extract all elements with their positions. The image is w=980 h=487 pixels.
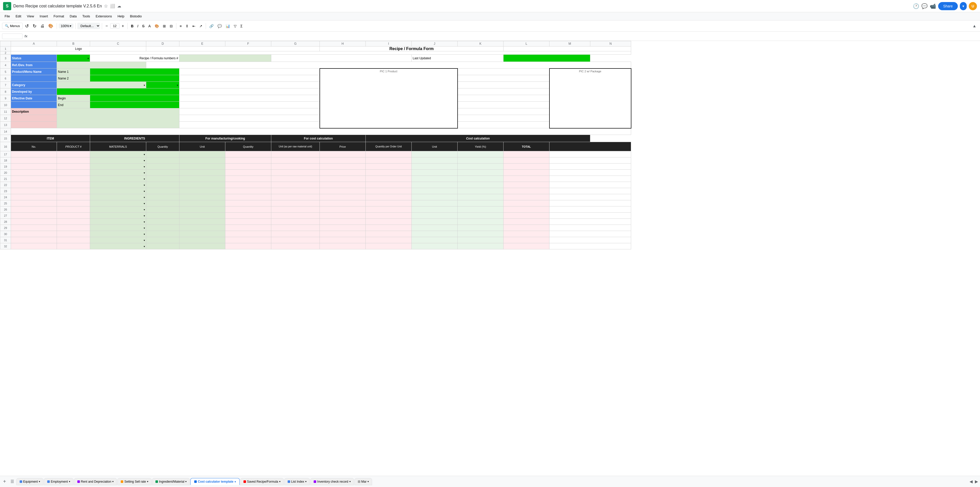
sheet-tab-saved-recipe[interactable]: Saved Recipe/Formula ▾ bbox=[240, 478, 284, 485]
cell-i15[interactable]: Cost calculation bbox=[366, 135, 590, 142]
halign-button[interactable]: ≡ bbox=[178, 23, 183, 29]
cell-a9[interactable]: Effective Date bbox=[11, 95, 57, 102]
bold-button[interactable]: B bbox=[129, 23, 135, 29]
menu-help[interactable]: Help bbox=[115, 13, 127, 19]
cell-e11-empty[interactable] bbox=[180, 109, 320, 115]
cell-c3[interactable]: Recipe / Formula numbers # bbox=[90, 55, 180, 62]
sheet-list-button[interactable]: ☰ bbox=[8, 478, 16, 485]
cell-a2[interactable] bbox=[11, 51, 631, 55]
col-header-j[interactable]: J bbox=[412, 41, 458, 46]
cell-j16[interactable]: Unit bbox=[412, 142, 458, 151]
rotation-button[interactable]: ↗ bbox=[198, 23, 204, 29]
cell-c15[interactable]: INGREDIENTS bbox=[90, 135, 180, 142]
cell-b7[interactable]: ▾ bbox=[57, 82, 146, 88]
cell-c9-green[interactable] bbox=[90, 95, 180, 102]
cell-b4[interactable] bbox=[57, 62, 146, 69]
cell-a4[interactable]: Ref./Dev. from bbox=[11, 62, 57, 69]
star-icon[interactable]: ☆ bbox=[104, 3, 108, 9]
share-dropdown[interactable]: ▾ bbox=[960, 2, 967, 10]
collapse-toolbar-button[interactable]: ▲ bbox=[971, 23, 978, 29]
cell-j13-empty[interactable] bbox=[458, 121, 549, 128]
menu-tools[interactable]: Tools bbox=[80, 13, 92, 19]
col-header-f[interactable]: F bbox=[225, 41, 271, 46]
cell-b3[interactable]: ▾ bbox=[57, 55, 90, 62]
cell-l1[interactable] bbox=[504, 46, 631, 51]
paint-format-button[interactable]: 🎨 bbox=[47, 22, 55, 29]
cell-a5[interactable]: Product/Menu Name bbox=[11, 69, 57, 75]
cell-e6-empty[interactable] bbox=[180, 75, 320, 82]
cell-l17[interactable] bbox=[504, 151, 549, 157]
cell-c5-green[interactable] bbox=[90, 69, 180, 75]
tab-scroll-right[interactable]: ▶ bbox=[974, 478, 979, 485]
cell-e10-empty[interactable] bbox=[180, 102, 320, 109]
cell-d4-empty[interactable] bbox=[146, 62, 631, 69]
menu-extensions[interactable]: Extensions bbox=[93, 13, 115, 19]
cell-e5-empty[interactable] bbox=[180, 69, 320, 75]
cell-a16[interactable]: No. bbox=[11, 142, 57, 151]
cell-e15[interactable]: For manufacturing/cooking bbox=[180, 135, 271, 142]
cell-b8-green[interactable] bbox=[57, 88, 180, 95]
filter-button[interactable]: ▽ bbox=[232, 23, 238, 29]
cell-a17[interactable] bbox=[11, 151, 57, 157]
cell-a15[interactable]: ITEM bbox=[11, 135, 90, 142]
cell-b6[interactable]: Name 2 bbox=[57, 75, 90, 82]
cell-k17[interactable] bbox=[458, 151, 504, 157]
undo-button[interactable]: ↺ bbox=[24, 22, 30, 30]
cell-j10-empty[interactable] bbox=[458, 102, 549, 109]
text-color-button[interactable]: A bbox=[147, 23, 152, 29]
cell-a3[interactable]: Status bbox=[11, 55, 57, 62]
comments-icon[interactable]: 💬 bbox=[921, 3, 928, 9]
col-header-g[interactable]: G bbox=[271, 41, 320, 46]
wrap-button[interactable]: ⇤ bbox=[191, 23, 197, 29]
cell-d7[interactable]: ▾ bbox=[146, 82, 180, 88]
menu-file[interactable]: File bbox=[2, 13, 13, 19]
cell-g16[interactable]: Unit (as per raw material unit) bbox=[271, 142, 320, 151]
col-header-k[interactable]: K bbox=[458, 41, 504, 46]
menu-edit[interactable]: Edit bbox=[13, 13, 24, 19]
formula-input[interactable] bbox=[30, 34, 978, 39]
meet-icon[interactable]: 📹 bbox=[930, 3, 936, 9]
cell-e3[interactable] bbox=[180, 55, 271, 62]
share-button[interactable]: Share bbox=[938, 2, 958, 10]
cell-a11[interactable]: Description bbox=[11, 109, 57, 115]
font-size-input[interactable]: 12 bbox=[110, 23, 119, 29]
cell-b5[interactable]: Name 1 bbox=[57, 69, 90, 75]
cell-f16[interactable]: Quantity bbox=[225, 142, 271, 151]
cell-j12-empty[interactable] bbox=[458, 115, 549, 121]
cell-a14-empty[interactable] bbox=[11, 128, 631, 135]
cell-b17[interactable] bbox=[57, 151, 90, 157]
cell-a12-empty[interactable] bbox=[11, 115, 57, 121]
col-header-e[interactable]: E bbox=[180, 41, 225, 46]
function-button[interactable]: Σ bbox=[239, 23, 244, 29]
cell-i16[interactable]: Quantity per Order Unit bbox=[366, 142, 412, 151]
cell-a6-empty[interactable] bbox=[11, 75, 57, 82]
cloud-icon[interactable]: ☁ bbox=[117, 3, 121, 8]
cell-d1[interactable] bbox=[146, 46, 320, 51]
cell-d16[interactable]: Quantity bbox=[146, 142, 180, 151]
cell-a8[interactable]: Developed by bbox=[11, 88, 57, 95]
cell-l3-green[interactable] bbox=[504, 55, 590, 62]
cell-e12-empty[interactable] bbox=[180, 115, 320, 121]
cell-a7[interactable]: Category bbox=[11, 82, 57, 88]
cell-j9-empty[interactable] bbox=[458, 95, 549, 102]
fill-color-button[interactable]: 🎨 bbox=[153, 23, 161, 29]
cell-j17[interactable] bbox=[412, 151, 458, 157]
menu-bistodio[interactable]: Bistodio bbox=[127, 13, 144, 19]
cell-h17[interactable] bbox=[320, 151, 366, 157]
menu-view[interactable]: View bbox=[24, 13, 37, 19]
cell-j6-empty[interactable] bbox=[458, 75, 549, 82]
sheet-tab-mar[interactable]: Mar ▾ bbox=[355, 478, 372, 485]
font-size-decrease[interactable]: − bbox=[104, 23, 109, 29]
merge-button[interactable]: ⊟ bbox=[168, 23, 174, 29]
italic-button[interactable]: I bbox=[136, 23, 140, 29]
cell-a1[interactable]: Logo bbox=[11, 46, 146, 51]
cell-c6-green[interactable] bbox=[90, 75, 180, 82]
col-header-d[interactable]: D bbox=[146, 41, 180, 46]
valign-button[interactable]: ⇕ bbox=[184, 23, 190, 29]
comment-button[interactable]: 💬 bbox=[216, 23, 223, 29]
cell-ref-input[interactable]: A149 bbox=[2, 34, 22, 39]
cell-j5-empty[interactable] bbox=[458, 69, 549, 75]
cell-c17[interactable]: ▾ bbox=[90, 151, 146, 157]
col-header-a[interactable]: A bbox=[11, 41, 57, 46]
cell-f17[interactable] bbox=[225, 151, 271, 157]
